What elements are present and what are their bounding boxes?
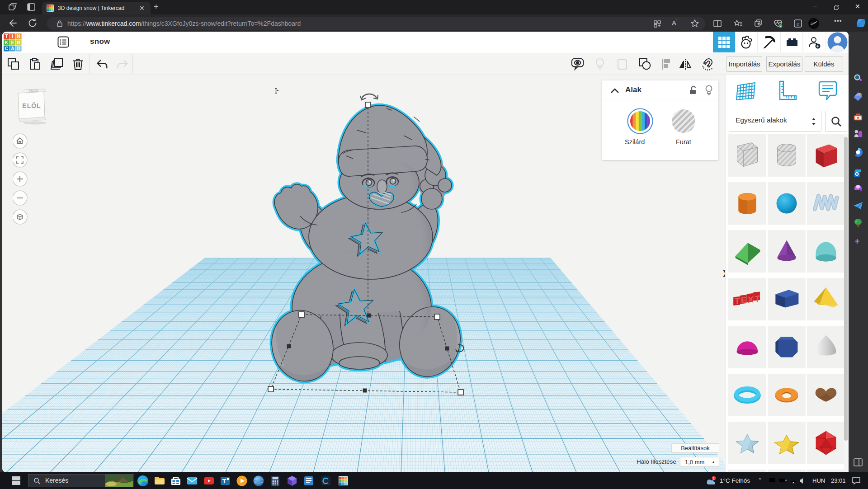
svg-text:N: N xyxy=(17,34,20,39)
svg-text:FELÜL: FELÜL xyxy=(29,89,39,92)
svg-text:R: R xyxy=(17,40,21,45)
svg-text:K: K xyxy=(5,40,9,45)
svg-text:C: C xyxy=(5,46,8,51)
svg-text:e: e xyxy=(797,20,799,27)
svg-text:A: A xyxy=(11,46,14,51)
svg-text:I: I xyxy=(12,34,13,39)
svg-text:E: E xyxy=(11,40,14,45)
svg-text:T: T xyxy=(5,34,8,39)
svg-text:ELÖL: ELÖL xyxy=(22,102,41,109)
svg-text:1: 1 xyxy=(713,477,715,480)
svg-text:D: D xyxy=(17,46,20,51)
